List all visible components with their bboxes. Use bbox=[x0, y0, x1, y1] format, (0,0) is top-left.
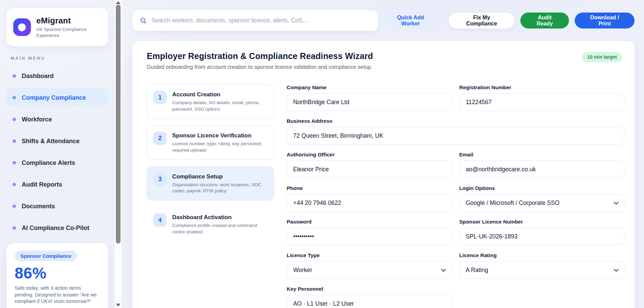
licence-type-value: Worker bbox=[293, 267, 312, 274]
sponsor-licence-number-field[interactable] bbox=[459, 228, 624, 245]
sponsor-compliance-badge: Sponsor Compliance bbox=[15, 251, 77, 261]
download-print-button[interactable]: Download / Print bbox=[575, 13, 634, 28]
brand-tagline: UK Sponsor Compliance Experience bbox=[36, 26, 91, 38]
page-title: Employer Registration & Compliance Readi… bbox=[147, 51, 624, 61]
licence-type-select[interactable]: Worker bbox=[287, 261, 452, 279]
key-personnel-label: Key Personnel bbox=[287, 286, 452, 292]
step-description: Organisation structure, work locations, … bbox=[172, 182, 268, 195]
sidebar-scrollbar[interactable] bbox=[115, 0, 122, 308]
sidebar-item-workforce[interactable]: Workforce bbox=[6, 110, 108, 129]
step-title: Sponsor Licence Verification bbox=[172, 132, 268, 139]
wizard-card: Employer Registration & Compliance Readi… bbox=[132, 41, 634, 308]
bullet-dot-icon bbox=[13, 96, 16, 99]
sidebar-item-documents[interactable]: Documents bbox=[6, 197, 108, 216]
scroll-up-icon[interactable] bbox=[116, 1, 121, 4]
fix-my-compliance-button[interactable]: Fix My Compliance bbox=[449, 13, 515, 28]
step-title: Account Creation bbox=[172, 91, 268, 98]
email-label: Email bbox=[459, 152, 624, 158]
sidebar-item-label: Company Compliance bbox=[22, 94, 86, 101]
search-icon bbox=[140, 18, 146, 24]
sidebar-item-label: Shifts & Attendance bbox=[22, 138, 79, 145]
bullet-dot-icon bbox=[13, 205, 16, 208]
step-description: Licence number, type, rating, key person… bbox=[172, 141, 268, 154]
wizard-step-1[interactable]: 1 Account Creation Company details, AO d… bbox=[147, 84, 274, 119]
scrollbar-thumb[interactable] bbox=[116, 5, 121, 244]
sidebar-item-shifts-attendance[interactable]: Shifts & Attendance bbox=[6, 132, 108, 151]
phone-field[interactable] bbox=[287, 194, 452, 212]
bullet-dot-icon bbox=[13, 161, 16, 165]
company-name-field[interactable] bbox=[287, 93, 452, 111]
sidebar-item-company-compliance[interactable]: Company Compliance bbox=[6, 88, 108, 107]
sidebar-item-label: Compliance Alerts bbox=[22, 159, 75, 167]
step-description: Company details, AO details, email, phon… bbox=[172, 100, 268, 113]
page-subtitle: Guided onboarding from account creation … bbox=[147, 64, 624, 70]
email-field[interactable] bbox=[459, 160, 624, 178]
password-field[interactable] bbox=[287, 228, 452, 245]
sidebar-item-ai-copilot[interactable]: AI Compliance Co-Pilot bbox=[6, 218, 108, 237]
step-number-badge: 1 bbox=[153, 91, 167, 104]
brand-name: eMigrant bbox=[36, 16, 91, 25]
key-personnel-field[interactable] bbox=[287, 295, 452, 308]
licence-type-label: Licence Type bbox=[287, 252, 452, 258]
step-number-badge: 4 bbox=[153, 213, 167, 227]
login-options-value: Google / Microsoft / Corporate SSO bbox=[466, 199, 559, 207]
bullet-dot-icon bbox=[13, 183, 16, 186]
step-description: Compliance profile created and command c… bbox=[172, 223, 268, 235]
registration-form: Company Name Registration Number Busines… bbox=[287, 84, 624, 308]
time-target-badge: 10 min target bbox=[582, 52, 622, 62]
registration-number-field[interactable] bbox=[459, 93, 624, 111]
compliance-percent: 86% bbox=[15, 264, 100, 282]
sidebar-item-label: AI Compliance Co-Pilot bbox=[22, 225, 89, 232]
bullet-dot-icon bbox=[13, 139, 16, 143]
topbar: Quick Add Worker Fix My Compliance Audit… bbox=[132, 10, 634, 31]
password-label: Password bbox=[287, 219, 452, 225]
licence-rating-value: A Rating bbox=[466, 267, 488, 274]
sidebar-menu: Dashboard Company Compliance Workforce S… bbox=[6, 66, 108, 240]
bullet-dot-icon bbox=[13, 226, 16, 230]
wizard-step-2[interactable]: 2 Sponsor Licence Verification Licence n… bbox=[147, 126, 274, 160]
sidebar-section-label: MAIN MENU bbox=[11, 56, 45, 61]
sidebar-item-audit-reports[interactable]: Audit Reports bbox=[6, 175, 108, 194]
business-address-field[interactable] bbox=[287, 127, 624, 145]
business-address-label: Business Address bbox=[287, 118, 624, 124]
licence-rating-select[interactable]: A Rating bbox=[459, 261, 624, 279]
company-name-label: Company Name bbox=[287, 84, 452, 91]
step-title: Compliance Setup bbox=[172, 173, 268, 180]
wizard-step-3[interactable]: 3 Compliance Setup Organisation structur… bbox=[147, 167, 274, 201]
step-number-badge: 3 bbox=[153, 173, 167, 186]
search-input[interactable] bbox=[151, 17, 371, 24]
step-number-badge: 2 bbox=[153, 132, 167, 145]
audit-ready-button[interactable]: Audit Ready bbox=[520, 13, 569, 28]
chevron-down-icon bbox=[441, 267, 446, 271]
emigrant-logo-icon bbox=[13, 18, 31, 36]
sponsor-compliance-card: Sponsor Compliance 86% Safe today, with … bbox=[6, 243, 108, 308]
authorising-officer-label: Authorising Officer bbox=[287, 152, 452, 158]
phone-label: Phone bbox=[287, 185, 452, 191]
bullet-dot-icon bbox=[13, 74, 16, 78]
chevron-down-icon bbox=[614, 267, 619, 271]
sidebar-item-compliance-alerts[interactable]: Compliance Alerts bbox=[6, 153, 108, 172]
bullet-dot-icon bbox=[13, 118, 16, 121]
sidebar-item-label: Workforce bbox=[22, 116, 52, 123]
registration-number-label: Registration Number bbox=[459, 84, 624, 91]
sidebar: eMigrant UK Sponsor Compliance Experienc… bbox=[0, 0, 115, 308]
sidebar-item-label: Audit Reports bbox=[22, 181, 62, 188]
licence-rating-label: Licence Rating bbox=[459, 252, 624, 258]
step-title: Dashboard Activation bbox=[172, 214, 268, 221]
chevron-down-icon bbox=[614, 199, 619, 204]
wizard-steps: 1 Account Creation Company details, AO d… bbox=[147, 84, 274, 308]
scroll-down-icon[interactable] bbox=[116, 304, 121, 307]
compliance-description: Safe today, with 3 action items pending.… bbox=[15, 285, 100, 305]
authorising-officer-field[interactable] bbox=[287, 160, 452, 178]
quick-add-worker-button[interactable]: Quick Add Worker bbox=[378, 13, 443, 28]
login-options-label: Login Options bbox=[459, 185, 624, 191]
sidebar-item-dashboard[interactable]: Dashboard bbox=[6, 66, 108, 85]
sidebar-item-label: Documents bbox=[22, 203, 55, 210]
sidebar-item-label: Dashboard bbox=[22, 73, 54, 80]
sponsor-licence-number-label: Sponsor Licence Number bbox=[459, 219, 624, 225]
wizard-step-4[interactable]: 4 Dashboard Activation Compliance profil… bbox=[147, 207, 274, 242]
global-search[interactable] bbox=[132, 10, 378, 31]
login-options-select[interactable]: Google / Microsoft / Corporate SSO bbox=[459, 194, 624, 212]
brand-card: eMigrant UK Sponsor Compliance Experienc… bbox=[6, 8, 108, 46]
